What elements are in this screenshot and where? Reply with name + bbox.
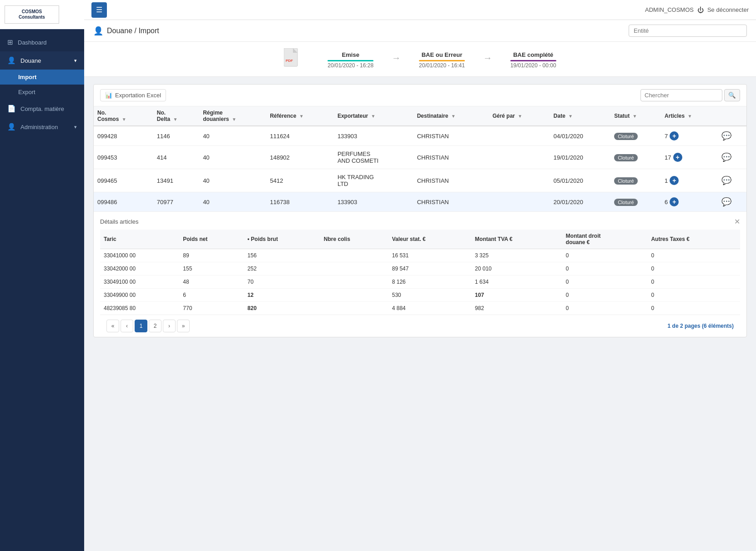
details-row: 33041000 00 89 156 16 531 3 325 0 0 [100, 249, 740, 262]
topbar-left: ☰ [91, 2, 107, 18]
articles-count: 7 [665, 133, 668, 140]
bae-complete-bar [510, 60, 556, 61]
filter-icon[interactable]: ▼ [451, 114, 456, 119]
hamburger-button[interactable]: ☰ [91, 2, 107, 18]
cell-exportateur: PERFUMES AND COSMETI [334, 146, 413, 169]
emise-bar [328, 60, 373, 61]
filter-icon[interactable]: ▼ [122, 117, 126, 122]
page-title-area: 👤 Douane / Import [93, 26, 159, 36]
page-next-button[interactable]: › [163, 320, 176, 332]
filter-icon[interactable]: ▼ [568, 114, 573, 119]
logout-icon: ⏻ [697, 6, 704, 14]
comment-icon[interactable]: 💬 [721, 153, 731, 162]
detail-autres-taxes: 0 [647, 289, 740, 302]
topbar-right: ADMIN_COSMOS ⏻ Se déconnecter [645, 6, 749, 14]
cell-date: 04/01/2020 [550, 126, 610, 146]
logo-area: COSMOSConsultants [0, 0, 84, 30]
th-actions [718, 106, 746, 126]
sidebar-item-dashboard[interactable]: ⊞ Dashboard [0, 33, 84, 51]
detail-nbre-colis [320, 249, 388, 262]
detail-montant-droit: 0 [562, 249, 648, 262]
grid-icon: ⊞ [7, 38, 13, 46]
search-button[interactable]: 🔍 [724, 89, 740, 101]
articles-count: 6 [665, 199, 668, 205]
detail-taric: 33049900 00 [100, 289, 179, 302]
sidebar-item-administration[interactable]: 👤 Administration ▾ [0, 118, 84, 136]
chevron-icon: ▾ [74, 58, 77, 64]
table-row[interactable]: 099453 414 40 148902 PERFUMES AND COSMET… [94, 146, 746, 169]
detail-valeur-stat: 4 884 [388, 302, 471, 315]
page-2-button[interactable]: 2 [149, 320, 161, 332]
table-row[interactable]: 099486 70977 40 116738 133903 CHRISTIAN … [94, 192, 746, 212]
sidebar-item-export[interactable]: Export [0, 85, 84, 100]
articles-count: 1 [665, 177, 668, 184]
filter-icon[interactable]: ▼ [371, 114, 376, 119]
dth-montant-tva: Montant TVA € [471, 230, 562, 249]
details-table: Taric Poids net • Poids brut Nbre colis … [100, 230, 740, 315]
add-article-button[interactable]: + [673, 153, 682, 162]
sidebar-item-label: Douane [20, 57, 41, 64]
cell-regime: 40 [199, 126, 266, 146]
entite-input[interactable] [629, 25, 747, 37]
cell-reference: 148902 [266, 146, 333, 169]
add-article-button[interactable]: + [670, 131, 679, 140]
filter-icon[interactable]: ▼ [232, 117, 237, 122]
page-first-button[interactable]: « [106, 320, 119, 332]
close-details-button[interactable]: ✕ [734, 217, 740, 226]
search-input[interactable] [640, 89, 722, 101]
hamburger-icon: ☰ [96, 5, 102, 14]
emise-label: Emise [328, 51, 373, 58]
sidebar-item-douane[interactable]: 👤 Douane ▾ [0, 51, 84, 70]
detail-montant-droit: 0 [562, 276, 648, 289]
cell-no-cosmos: 099486 [94, 192, 153, 212]
detail-autres-taxes: 0 [647, 262, 740, 276]
cell-reference: 5412 [266, 169, 333, 192]
page-1-button[interactable]: 1 [135, 320, 147, 332]
pdf-icon: PDF [284, 48, 300, 72]
detail-montant-tva: 982 [471, 302, 562, 315]
cell-gere-par [489, 192, 550, 212]
table-row[interactable]: 099428 1146 40 111624 133903 CHRISTIAN 0… [94, 126, 746, 146]
cell-date: 20/01/2020 [550, 192, 610, 212]
sidebar-item-compta[interactable]: 📄 Compta. matière [0, 100, 84, 118]
page-prev-button[interactable]: ‹ [121, 320, 133, 332]
detail-montant-droit: 0 [562, 289, 648, 302]
detail-nbre-colis [320, 276, 388, 289]
search-box: 🔍 [640, 89, 740, 101]
table-row[interactable]: 099465 13491 40 5412 HK TRADING LTD CHRI… [94, 169, 746, 192]
details-header-row: Taric Poids net • Poids brut Nbre colis … [100, 230, 740, 249]
th-regime: Régimedouaniers ▼ [199, 106, 266, 126]
comment-icon[interactable]: 💬 [721, 197, 731, 206]
add-article-button[interactable]: + [670, 176, 679, 185]
bae-erreur-bar [419, 60, 465, 61]
filter-icon[interactable]: ▼ [518, 114, 522, 119]
filter-icon[interactable]: ▼ [687, 114, 692, 119]
page-header: 👤 Douane / Import [84, 20, 756, 42]
filter-icon[interactable]: ▼ [173, 117, 178, 122]
content-area: 📊 Exportation Excel 🔍 No.Cosmos ▼ No.Del… [84, 77, 756, 551]
logout-link[interactable]: Se déconnecter [707, 6, 749, 13]
detail-poids-brut: 70 [244, 276, 320, 289]
page-last-button[interactable]: » [177, 320, 190, 332]
table-header-row: No.Cosmos ▼ No.Delta ▼ Régimedouaniers ▼… [94, 106, 746, 126]
sidebar-item-import[interactable]: Import [0, 70, 84, 85]
detail-taric: 33042000 00 [100, 262, 179, 276]
th-date: Date ▼ [550, 106, 610, 126]
detail-poids-brut: 252 [244, 262, 320, 276]
details-row: 33049900 00 6 12 530 107 0 0 [100, 289, 740, 302]
filter-icon[interactable]: ▼ [299, 114, 304, 119]
export-excel-button[interactable]: 📊 Exportation Excel [100, 89, 166, 101]
detail-poids-net: 155 [179, 262, 244, 276]
details-title: Détails articles [100, 218, 139, 225]
dth-valeur-stat: Valeur stat. € [388, 230, 471, 249]
filter-icon[interactable]: ▼ [632, 114, 637, 119]
add-article-button[interactable]: + [670, 197, 679, 206]
comment-icon[interactable]: 💬 [721, 176, 731, 185]
cell-statut: Cloturé [610, 146, 661, 169]
username-label: ADMIN_COSMOS [645, 6, 694, 13]
comment-icon[interactable]: 💬 [721, 131, 731, 140]
sidebar-sub-label: Export [18, 89, 35, 95]
cell-destinataire: CHRISTIAN [413, 126, 489, 146]
cell-articles: 6 + [661, 192, 718, 212]
sidebar-item-label: Dashboard [18, 39, 47, 46]
